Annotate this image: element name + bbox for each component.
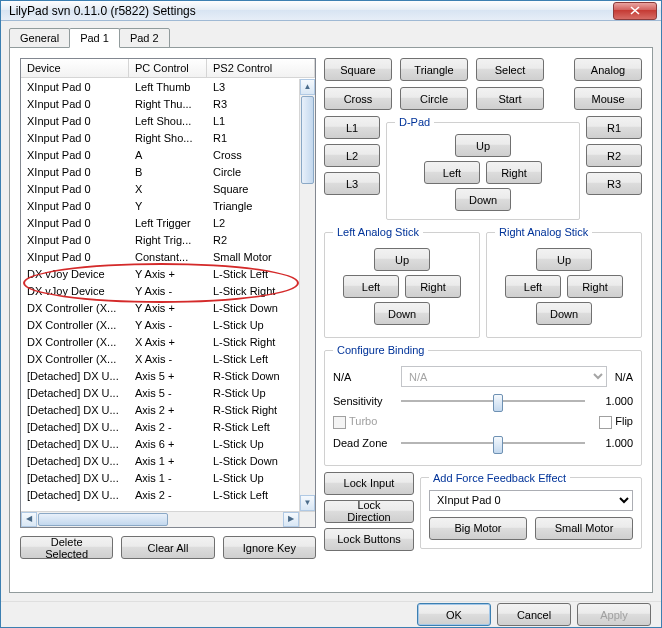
tab-pad2[interactable]: Pad 2 <box>119 28 170 48</box>
list-body: XInput Pad 0Left ThumbL3XInput Pad 0Righ… <box>21 79 299 511</box>
l3-button[interactable]: L3 <box>324 172 380 195</box>
table-row[interactable]: DX Controller (X...Y Axis +L-Stick Down <box>21 300 299 317</box>
window-title: LilyPad svn 0.11.0 (r5822) Settings <box>9 4 613 18</box>
table-row[interactable]: XInput Pad 0ACross <box>21 147 299 164</box>
controls-column: Square Triangle Select Analog Cross Circ… <box>324 58 642 582</box>
deadzone-slider[interactable] <box>401 433 585 453</box>
rstick-right-button[interactable]: Right <box>567 275 623 298</box>
config-suffix-label: N/A <box>615 371 633 383</box>
ok-button[interactable]: OK <box>417 603 491 626</box>
rstick-up-button[interactable]: Up <box>536 248 592 271</box>
r1-button[interactable]: R1 <box>586 116 642 139</box>
analog-button[interactable]: Analog <box>574 58 642 81</box>
rstick-left-button[interactable]: Left <box>505 275 561 298</box>
table-row[interactable]: XInput Pad 0Right Sho...R1 <box>21 130 299 147</box>
ff-legend: Add Force Feedback Effect <box>429 472 570 484</box>
dpad-down-button[interactable]: Down <box>455 188 511 211</box>
table-row[interactable]: XInput Pad 0BCircle <box>21 164 299 181</box>
ignore-key-button[interactable]: Ignore Key <box>223 536 316 559</box>
l2-button[interactable]: L2 <box>324 144 380 167</box>
vscroll-thumb[interactable] <box>301 96 314 184</box>
face-row-2: Cross Circle Start Mouse <box>324 87 642 110</box>
lstick-legend: Left Analog Stick <box>333 226 423 238</box>
col-header-device[interactable]: Device <box>21 59 129 77</box>
vertical-scrollbar[interactable]: ▲ ▼ <box>299 79 315 511</box>
cancel-button[interactable]: Cancel <box>497 603 571 626</box>
col-header-pc[interactable]: PC Control <box>129 59 207 77</box>
config-binding-select[interactable]: N/A <box>401 366 607 387</box>
shoulders-dpad-row: L1 L2 L3 D-Pad Up Left Right Down <box>324 116 642 220</box>
r2-button[interactable]: R2 <box>586 144 642 167</box>
bindings-list[interactable]: Device PC Control PS2 Control XInput Pad… <box>20 58 316 528</box>
dpad-up-button[interactable]: Up <box>455 134 511 157</box>
small-motor-button[interactable]: Small Motor <box>535 517 633 540</box>
ff-device-select[interactable]: XInput Pad 0 <box>429 490 633 511</box>
table-row[interactable]: XInput Pad 0YTriangle <box>21 198 299 215</box>
sensitivity-value: 1.000 <box>593 395 633 407</box>
close-button[interactable] <box>613 2 657 20</box>
circle-button[interactable]: Circle <box>400 87 468 110</box>
configure-legend: Configure Binding <box>333 344 428 356</box>
mouse-button[interactable]: Mouse <box>574 87 642 110</box>
table-row[interactable]: DX vJoy DeviceY Axis -L-Stick Right <box>21 283 299 300</box>
table-row[interactable]: XInput Pad 0Right Thu...R3 <box>21 96 299 113</box>
scroll-down-arrow-icon[interactable]: ▼ <box>300 495 315 511</box>
select-button[interactable]: Select <box>476 58 544 81</box>
sensitivity-slider[interactable] <box>401 391 585 411</box>
big-motor-button[interactable]: Big Motor <box>429 517 527 540</box>
triangle-button[interactable]: Triangle <box>400 58 468 81</box>
left-stick-group: Left Analog Stick Up Left Right Down <box>324 226 480 338</box>
clear-all-button[interactable]: Clear All <box>121 536 214 559</box>
lstick-down-button[interactable]: Down <box>374 302 430 325</box>
l1-button[interactable]: L1 <box>324 116 380 139</box>
table-row[interactable]: [Detached] DX U...Axis 1 -L-Stick Up <box>21 470 299 487</box>
table-row[interactable]: [Detached] DX U...Axis 5 +R-Stick Down <box>21 368 299 385</box>
settings-window: LilyPad svn 0.11.0 (r5822) Settings Gene… <box>0 0 662 628</box>
lock-input-button[interactable]: Lock Input <box>324 472 414 495</box>
table-row[interactable]: [Detached] DX U...Axis 2 -R-Stick Left <box>21 419 299 436</box>
table-row[interactable]: XInput Pad 0Left TriggerL2 <box>21 215 299 232</box>
turbo-checkbox[interactable]: Turbo <box>333 415 393 429</box>
delete-selected-button[interactable]: Delete Selected <box>20 536 113 559</box>
dpad-right-button[interactable]: Right <box>486 161 542 184</box>
scroll-up-arrow-icon[interactable]: ▲ <box>300 79 315 95</box>
table-row[interactable]: XInput Pad 0Constant...Small Motor <box>21 249 299 266</box>
table-row[interactable]: DX Controller (X...X Axis +L-Stick Right <box>21 334 299 351</box>
col-header-ps2[interactable]: PS2 Control <box>207 59 315 77</box>
table-row[interactable]: DX Controller (X...Y Axis -L-Stick Up <box>21 317 299 334</box>
r3-button[interactable]: R3 <box>586 172 642 195</box>
table-row[interactable]: [Detached] DX U...Axis 2 -L-Stick Left <box>21 487 299 504</box>
table-row[interactable]: DX vJoy DeviceY Axis +L-Stick Left <box>21 266 299 283</box>
scroll-left-arrow-icon[interactable]: ◀ <box>21 512 37 527</box>
lock-buttons-button[interactable]: Lock Buttons <box>324 528 414 551</box>
table-row[interactable]: XInput Pad 0Left ThumbL3 <box>21 79 299 96</box>
tab-pad1[interactable]: Pad 1 <box>69 28 120 48</box>
scroll-right-arrow-icon[interactable]: ▶ <box>283 512 299 527</box>
dpad-left-button[interactable]: Left <box>424 161 480 184</box>
right-shoulders: R1 R2 R3 <box>586 116 642 220</box>
force-feedback-group: Add Force Feedback Effect XInput Pad 0 B… <box>420 472 642 549</box>
table-row[interactable]: [Detached] DX U...Axis 2 +R-Stick Right <box>21 402 299 419</box>
start-button[interactable]: Start <box>476 87 544 110</box>
lock-direction-button[interactable]: Lock Direction <box>324 500 414 523</box>
lstick-right-button[interactable]: Right <box>405 275 461 298</box>
flip-checkbox[interactable]: Flip <box>599 415 633 429</box>
configure-binding-group: Configure Binding N/A N/A N/A Sensitivit… <box>324 344 642 466</box>
tab-general[interactable]: General <box>9 28 70 48</box>
table-row[interactable]: DX Controller (X...X Axis -L-Stick Left <box>21 351 299 368</box>
cross-button[interactable]: Cross <box>324 87 392 110</box>
hscroll-thumb[interactable] <box>38 513 168 526</box>
horizontal-scrollbar[interactable]: ◀ ▶ <box>21 511 299 527</box>
table-row[interactable]: XInput Pad 0XSquare <box>21 181 299 198</box>
table-row[interactable]: [Detached] DX U...Axis 6 +L-Stick Up <box>21 436 299 453</box>
table-row[interactable]: XInput Pad 0Left Shou...L1 <box>21 113 299 130</box>
lstick-left-button[interactable]: Left <box>343 275 399 298</box>
square-button[interactable]: Square <box>324 58 392 81</box>
rstick-down-button[interactable]: Down <box>536 302 592 325</box>
table-row[interactable]: [Detached] DX U...Axis 1 +L-Stick Down <box>21 453 299 470</box>
apply-button[interactable]: Apply <box>577 603 651 626</box>
lstick-up-button[interactable]: Up <box>374 248 430 271</box>
table-row[interactable]: [Detached] DX U...Axis 5 -R-Stick Up <box>21 385 299 402</box>
config-na-label: N/A <box>333 371 393 383</box>
table-row[interactable]: XInput Pad 0Right Trig...R2 <box>21 232 299 249</box>
